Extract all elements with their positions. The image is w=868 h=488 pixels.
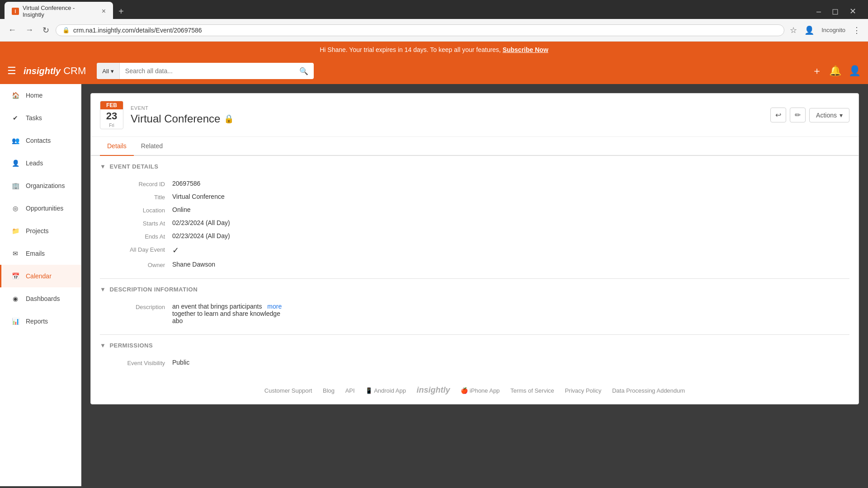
sidebar-item-emails[interactable]: ✉ Emails: [0, 242, 81, 265]
sidebar-item-opportunities[interactable]: ◎ Opportunities: [0, 197, 81, 220]
sidebar-item-reports[interactable]: 📊 Reports: [0, 310, 81, 333]
sidebar-item-organizations[interactable]: 🏢 Organizations: [0, 174, 81, 197]
record-id-label: Record ID: [100, 180, 172, 188]
address-bar[interactable]: 🔒: [56, 24, 784, 36]
footer-logo: insightly: [417, 385, 450, 395]
tab-related[interactable]: Related: [134, 137, 170, 156]
permissions-chevron-icon: ▼: [100, 342, 106, 349]
subscribe-link[interactable]: Subscribe Now: [503, 46, 548, 53]
app-logo: insightly CRM: [24, 65, 86, 77]
notifications-button[interactable]: 🔔: [829, 65, 841, 77]
event-details-chevron-icon: ▼: [100, 163, 106, 170]
tab-close-button[interactable]: ×: [102, 8, 106, 15]
sidebar-label-opportunities: Opportunities: [26, 205, 63, 212]
app-body: 🏠 Home ✔ Tasks 👥 Contacts 👤 Leads 🏢 Orga…: [0, 84, 868, 486]
footer-link-privacy[interactable]: Privacy Policy: [565, 387, 601, 394]
global-search[interactable]: All ▾ 🔍: [97, 63, 314, 79]
location-label: Location: [100, 206, 172, 214]
footer-link-blog[interactable]: Blog: [323, 387, 335, 394]
description-line2: together to learn and share knowledge: [172, 310, 280, 317]
footer-link-customer-support[interactable]: Customer Support: [264, 387, 312, 394]
footer-link-iphone-app[interactable]: 🍎 iPhone App: [461, 387, 500, 394]
search-scope-chevron-icon: ▾: [111, 68, 114, 75]
restore-button[interactable]: ◻: [828, 5, 842, 17]
all-day-label: All Day Event: [100, 245, 172, 253]
event-date-badge: Feb 23 Fri: [100, 101, 123, 129]
user-profile-button[interactable]: 👤: [849, 65, 861, 77]
add-button[interactable]: ＋: [812, 64, 822, 78]
sidebar-item-projects[interactable]: 📁 Projects: [0, 220, 81, 242]
home-icon: 🏠: [10, 90, 20, 100]
sidebar-item-leads[interactable]: 👤 Leads: [0, 152, 81, 174]
tasks-icon: ✔: [10, 113, 20, 123]
sidebar-item-dashboards[interactable]: ◉ Dashboards: [0, 287, 81, 310]
page-footer: Customer Support Blog API 📱 Android App …: [91, 376, 859, 404]
event-visibility-value: Public: [172, 359, 849, 366]
actions-dropdown-button[interactable]: Actions ▾: [809, 108, 849, 122]
calendar-icon: 📅: [10, 271, 20, 281]
sidebar-item-calendar[interactable]: 📅 Calendar: [0, 265, 81, 287]
sidebar-item-tasks[interactable]: ✔ Tasks: [0, 107, 81, 129]
permissions-section-header[interactable]: ▼ PERMISSIONS: [100, 342, 849, 349]
event-visibility-label: Event Visibility: [100, 359, 172, 366]
search-input[interactable]: [120, 63, 294, 79]
leads-icon: 👤: [10, 158, 20, 168]
sidebar-label-organizations: Organizations: [26, 182, 65, 189]
logo-wordmark: insightly: [24, 66, 61, 76]
event-dow: Fri: [100, 123, 123, 129]
footer-link-android-app[interactable]: 📱 Android App: [365, 387, 406, 394]
search-scope-button[interactable]: All ▾: [97, 63, 119, 79]
permissions-section-title: PERMISSIONS: [109, 342, 153, 349]
sidebar-item-home[interactable]: 🏠 Home: [0, 84, 81, 107]
close-button[interactable]: ✕: [846, 5, 860, 17]
header-actions: ＋ 🔔 👤: [812, 64, 861, 78]
sidebar-label-home: Home: [26, 92, 42, 99]
event-type-label: EVENT: [131, 105, 763, 111]
description-section-header[interactable]: ▼ DESCRIPTION INFORMATION: [100, 286, 849, 293]
sidebar-label-contacts: Contacts: [26, 137, 51, 144]
actions-label: Actions: [816, 112, 837, 119]
profile-icon[interactable]: 👤: [802, 23, 816, 37]
description-more-link[interactable]: more: [267, 303, 282, 310]
emails-icon: ✉: [10, 249, 20, 258]
event-title: Virtual Conference 🔒: [131, 113, 763, 125]
event-lock-icon: 🔒: [224, 114, 234, 124]
field-starts-at: Starts At 02/23/2024 (All Day): [100, 216, 849, 230]
field-record-id: Record ID 20697586: [100, 177, 849, 190]
tab-favicon: I: [12, 8, 19, 15]
search-submit-button[interactable]: 🔍: [294, 67, 314, 75]
back-to-list-button[interactable]: ↩: [770, 108, 786, 122]
event-details-section-header[interactable]: ▼ EVENT DETAILS: [100, 163, 849, 170]
footer-link-terms[interactable]: Terms of Service: [510, 387, 554, 394]
menu-icon[interactable]: ⋮: [851, 23, 863, 37]
minimize-button[interactable]: –: [813, 5, 825, 17]
permissions-section: ▼ PERMISSIONS Event Visibility Public: [91, 335, 859, 376]
tab-details[interactable]: Details: [100, 137, 134, 156]
footer-link-dpa[interactable]: Data Processing Addendum: [612, 387, 685, 394]
event-month: Feb: [100, 101, 123, 109]
edit-button[interactable]: ✏: [790, 108, 806, 122]
search-scope-label: All: [102, 68, 108, 75]
back-button[interactable]: ←: [5, 23, 19, 37]
footer-link-api[interactable]: API: [345, 387, 355, 394]
hamburger-menu-button[interactable]: ☰: [7, 65, 16, 77]
field-owner: Owner Shane Dawson: [100, 258, 849, 271]
browser-tab-active[interactable]: I Virtual Conference - Insightly ×: [5, 2, 113, 21]
refresh-button[interactable]: ↻: [40, 23, 52, 37]
bookmark-icon[interactable]: ☆: [788, 23, 799, 37]
main-content: Feb 23 Fri EVENT Virtual Conference 🔒 ↩ …: [81, 84, 868, 486]
tabs-bar: Details Related: [91, 137, 859, 156]
sidebar-item-contacts[interactable]: 👥 Contacts: [0, 129, 81, 152]
title-value: Virtual Conference: [172, 193, 849, 200]
url-input[interactable]: [73, 27, 778, 34]
forward-button[interactable]: →: [23, 23, 36, 37]
event-details-section: ▼ EVENT DETAILS Record ID 20697586 Title…: [91, 156, 859, 278]
field-all-day-event: All Day Event ✓: [100, 243, 849, 258]
description-line1: an event that brings participants: [172, 303, 262, 310]
field-location: Location Online: [100, 203, 849, 216]
ends-at-label: Ends At: [100, 232, 172, 240]
tab-title: Virtual Conference - Insightly: [23, 5, 98, 18]
new-tab-button[interactable]: +: [115, 5, 127, 19]
event-details-title: EVENT DETAILS: [109, 163, 158, 170]
sidebar-label-emails: Emails: [26, 250, 45, 257]
